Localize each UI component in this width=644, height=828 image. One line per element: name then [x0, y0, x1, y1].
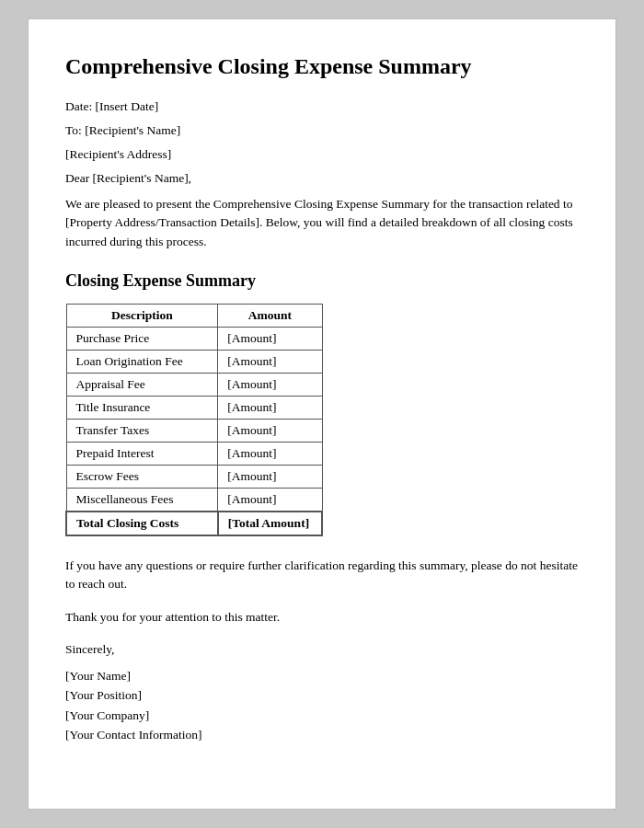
date-line: Date: [Insert Date] [65, 99, 579, 114]
col-header-description: Description [66, 304, 218, 327]
address-line: [Recipient's Address] [65, 147, 579, 162]
footer-paragraph-2: Thank you for your attention to this mat… [65, 608, 579, 627]
total-amount: [Total Amount] [218, 512, 322, 535]
footer-paragraph-1: If you have any questions or require fur… [65, 557, 579, 594]
table-cell-description: Title Insurance [66, 396, 218, 419]
table-cell-amount: [Amount] [218, 465, 322, 488]
table-cell-amount: [Amount] [218, 442, 322, 465]
table-cell-amount: [Amount] [218, 350, 322, 373]
table-cell-amount: [Amount] [218, 488, 322, 512]
table-cell-description: Appraisal Fee [66, 373, 218, 396]
table-total-row: Total Closing Costs[Total Amount] [66, 512, 322, 535]
table-cell-amount: [Amount] [218, 373, 322, 396]
table-row: Miscellaneous Fees[Amount] [66, 488, 322, 512]
table-row: Transfer Taxes[Amount] [66, 419, 322, 442]
table-cell-description: Loan Origination Fee [66, 350, 218, 373]
table-cell-amount: [Amount] [218, 419, 322, 442]
table-row: Loan Origination Fee[Amount] [66, 350, 322, 373]
table-cell-description: Prepaid Interest [66, 442, 218, 465]
signature-company: [Your Company] [65, 706, 579, 726]
table-cell-description: Transfer Taxes [66, 419, 218, 442]
signature-contact: [Your Contact Information] [65, 725, 579, 745]
table-cell-amount: [Amount] [218, 327, 322, 350]
table-row: Appraisal Fee[Amount] [66, 373, 322, 396]
table-cell-description: Purchase Price [66, 327, 218, 350]
expense-table: Description Amount Purchase Price[Amount… [65, 304, 323, 536]
intro-paragraph: We are pleased to present the Comprehens… [65, 195, 579, 251]
table-row: Prepaid Interest[Amount] [66, 442, 322, 465]
table-cell-amount: [Amount] [218, 396, 322, 419]
table-row: Purchase Price[Amount] [66, 327, 322, 350]
table-cell-description: Miscellaneous Fees [66, 488, 218, 512]
section-title: Closing Expense Summary [65, 271, 579, 291]
greeting-line: Dear [Recipient's Name], [65, 171, 579, 186]
table-row: Title Insurance[Amount] [66, 396, 322, 419]
to-line: To: [Recipient's Name] [65, 123, 579, 138]
signature-name: [Your Name] [65, 666, 579, 686]
signature-block: [Your Name] [Your Position] [Your Compan… [65, 666, 579, 745]
table-row: Escrow Fees[Amount] [66, 465, 322, 488]
document-container: Comprehensive Closing Expense Summary Da… [28, 18, 616, 810]
table-cell-description: Escrow Fees [66, 465, 218, 488]
document-title: Comprehensive Closing Expense Summary [65, 52, 579, 81]
sign-off: Sincerely, [65, 642, 579, 657]
total-description: Total Closing Costs [66, 512, 218, 535]
col-header-amount: Amount [218, 304, 322, 327]
signature-position: [Your Position] [65, 685, 579, 706]
